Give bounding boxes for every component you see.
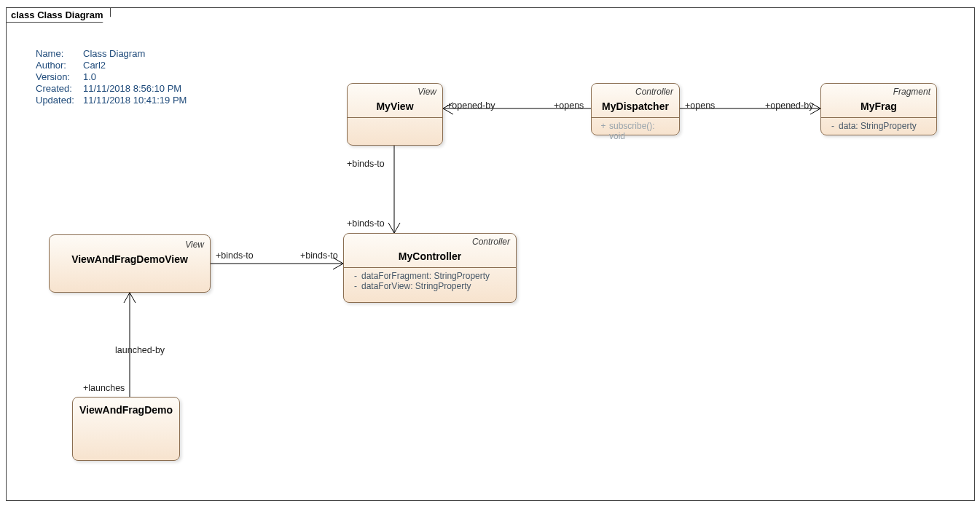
attribute: dataForFragment: StringProperty <box>361 271 490 281</box>
label-opens: +opens <box>685 100 715 111</box>
meta-version: 1.0 <box>83 71 96 82</box>
class-viewandfragdemo: ViewAndFragDemo <box>72 397 180 461</box>
meta-name: Class Diagram <box>83 48 145 59</box>
stereotype: Fragment <box>827 87 930 98</box>
vis: - <box>350 281 361 291</box>
class-viewandfragdemoview: View ViewAndFragDemoView <box>49 234 211 293</box>
operation: subscribe(): void <box>609 121 673 141</box>
class-name: ViewAndFragDemoView <box>55 253 204 266</box>
vis: + <box>597 121 609 141</box>
label-opened-by: +opened-by <box>765 100 813 111</box>
label-binds-to: +binds-to <box>300 250 338 261</box>
meta-updated: 11/11/2018 10:41:19 PM <box>83 95 187 106</box>
diagram-meta: Name:Class Diagram Author:Carl2 Version:… <box>36 48 187 106</box>
stereotype: View <box>353 87 436 98</box>
class-name: MyController <box>350 250 510 263</box>
class-mycontroller: Controller MyController -dataForFragment… <box>343 233 517 303</box>
meta-author-label: Author: <box>36 60 83 71</box>
class-name: MyFrag <box>827 100 930 113</box>
attribute: data: StringProperty <box>839 121 917 131</box>
class-name: MyDispatcher <box>597 100 673 113</box>
attribute: dataForView: StringProperty <box>361 281 471 291</box>
label-launched-by: launched-by <box>115 345 165 355</box>
frame-title: class Class Diagram <box>6 7 111 23</box>
class-name: ViewAndFragDemo <box>79 403 173 416</box>
label-binds-to: +binds-to <box>347 218 385 229</box>
label-opened-by: +opened-by <box>447 100 495 111</box>
stereotype: Controller <box>597 87 673 98</box>
class-name: MyView <box>353 100 436 113</box>
class-myview: View MyView <box>347 83 443 146</box>
label-binds-to: +binds-to <box>347 159 385 169</box>
meta-version-label: Version: <box>36 71 83 82</box>
meta-updated-label: Updated: <box>36 95 83 106</box>
meta-created: 11/11/2018 8:56:10 PM <box>83 83 181 94</box>
meta-created-label: Created: <box>36 83 83 94</box>
vis: - <box>350 271 361 281</box>
label-opens: +opens <box>554 100 584 111</box>
stereotype: View <box>55 240 204 251</box>
stereotype: Controller <box>350 237 510 248</box>
label-launches: +launches <box>83 383 125 393</box>
vis: - <box>827 121 839 131</box>
meta-name-label: Name: <box>36 48 83 59</box>
meta-author: Carl2 <box>83 60 106 71</box>
class-mydispatcher: Controller MyDispatcher +subscribe(): vo… <box>591 83 680 135</box>
class-myfrag: Fragment MyFrag -data: StringProperty <box>820 83 937 135</box>
label-binds-to: +binds-to <box>216 250 254 261</box>
